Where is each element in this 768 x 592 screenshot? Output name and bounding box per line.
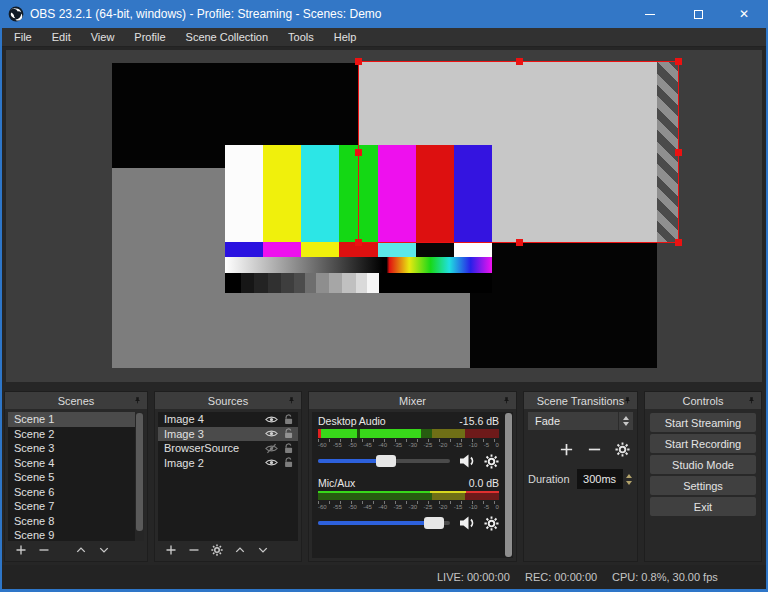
source-row[interactable]: Image 3 bbox=[158, 427, 298, 442]
slider-fill bbox=[318, 521, 426, 525]
selection-handle-mid-left[interactable] bbox=[355, 149, 362, 156]
speaker-mute-icon[interactable] bbox=[458, 515, 478, 531]
duration-spinner[interactable] bbox=[626, 474, 632, 485]
pin-icon[interactable] bbox=[502, 396, 511, 405]
scene-transitions-panel-header: Scene Transitions bbox=[524, 392, 637, 409]
menu-item-view[interactable]: View bbox=[81, 31, 125, 43]
scene-row[interactable]: Scene 5 bbox=[8, 470, 144, 485]
transition-properties-gear-button[interactable] bbox=[615, 442, 630, 457]
selection-handle-mid-right[interactable] bbox=[675, 149, 682, 156]
menu-item-profile[interactable]: Profile bbox=[124, 31, 175, 43]
scenes-panel: Scenes Scene 1 Scene 2 Scene 3 Scene 4 S… bbox=[4, 391, 148, 562]
lock-icon[interactable] bbox=[282, 427, 295, 440]
volume-slider-row bbox=[318, 451, 499, 471]
source-row[interactable]: BrowserSource bbox=[158, 441, 298, 456]
add-transition-button[interactable] bbox=[559, 442, 574, 457]
source-properties-gear-button[interactable] bbox=[211, 544, 223, 556]
pin-icon[interactable] bbox=[287, 396, 296, 405]
channel-settings-gear-icon[interactable] bbox=[484, 454, 499, 469]
menu-item-file[interactable]: File bbox=[4, 31, 42, 43]
live-time: LIVE: 00:00:00 bbox=[437, 571, 510, 583]
scene-row[interactable]: Scene 3 bbox=[8, 441, 144, 456]
meter-tick-labels: -60-55-50-45-40-35-30-25-20-15-10-50 bbox=[318, 504, 499, 511]
duration-row: Duration 300ms bbox=[528, 469, 633, 489]
scrollbar-thumb[interactable] bbox=[136, 413, 143, 531]
move-source-up-button[interactable] bbox=[234, 544, 246, 556]
visibility-eye-icon[interactable] bbox=[265, 456, 278, 469]
scene-row[interactable]: Scene 6 bbox=[8, 485, 144, 500]
start-recording-button[interactable]: Start Recording bbox=[650, 434, 756, 453]
spin-up-icon bbox=[626, 474, 632, 478]
add-source-button[interactable] bbox=[165, 544, 177, 556]
scene-row[interactable]: Scene 2 bbox=[8, 427, 144, 442]
scene-row[interactable]: Scene 1 bbox=[8, 412, 144, 427]
selection-handle-top-right[interactable] bbox=[675, 58, 682, 65]
pin-icon[interactable] bbox=[747, 396, 756, 405]
volume-slider[interactable] bbox=[318, 459, 450, 463]
slider-handle[interactable] bbox=[424, 517, 444, 529]
lock-icon[interactable] bbox=[282, 442, 295, 455]
channel-settings-gear-icon[interactable] bbox=[484, 516, 499, 531]
move-scene-down-button[interactable] bbox=[98, 544, 110, 556]
source-row[interactable]: Image 4 bbox=[158, 412, 298, 427]
chevron-down-icon bbox=[623, 422, 629, 426]
slider-handle[interactable] bbox=[376, 455, 396, 467]
pin-icon[interactable] bbox=[133, 396, 142, 405]
selection-handle-bottom-center[interactable] bbox=[516, 239, 523, 246]
remove-source-button[interactable] bbox=[188, 544, 200, 556]
mixer-scrollbar[interactable] bbox=[505, 413, 512, 557]
exit-button[interactable]: Exit bbox=[650, 497, 756, 516]
selection-handle-bottom-left[interactable] bbox=[355, 239, 362, 246]
visibility-eye-off-icon[interactable] bbox=[265, 442, 278, 455]
menu-item-help[interactable]: Help bbox=[324, 31, 367, 43]
duration-label: Duration bbox=[528, 473, 570, 485]
visibility-eye-icon[interactable] bbox=[265, 413, 278, 426]
window-title: OBS 23.2.1 (64-bit, windows) - Profile: … bbox=[30, 7, 381, 21]
transition-dropdown[interactable]: Fade bbox=[528, 412, 633, 430]
pin-icon[interactable] bbox=[623, 396, 632, 405]
scenes-list: Scene 1 Scene 2 Scene 3 Scene 4 Scene 5 … bbox=[8, 412, 144, 543]
move-source-down-button[interactable] bbox=[257, 544, 269, 556]
mixer-panel-title: Mixer bbox=[399, 395, 426, 407]
scenes-toolbar bbox=[8, 541, 144, 558]
menu-item-tools[interactable]: Tools bbox=[278, 31, 324, 43]
duration-value: 300ms bbox=[583, 473, 616, 485]
add-scene-button[interactable] bbox=[15, 544, 27, 556]
volume-slider[interactable] bbox=[318, 521, 450, 525]
scene-row[interactable]: Scene 4 bbox=[8, 456, 144, 471]
source-row[interactable]: Image 2 bbox=[158, 456, 298, 471]
lock-icon[interactable] bbox=[282, 456, 295, 469]
scrollbar-thumb[interactable] bbox=[505, 413, 512, 557]
volume-meter bbox=[318, 491, 499, 500]
status-bar: LIVE: 00:00:00 REC: 00:00:00 CPU: 0.8%, … bbox=[0, 565, 768, 589]
source-name: Image 3 bbox=[164, 427, 261, 442]
selection-handle-top-center[interactable] bbox=[516, 58, 523, 65]
lock-icon[interactable] bbox=[282, 413, 295, 426]
remove-scene-button[interactable] bbox=[38, 544, 50, 556]
scene-transitions-panel-title: Scene Transitions bbox=[537, 395, 624, 407]
channel-label-row: Desktop Audio -15.6 dB bbox=[318, 415, 499, 428]
start-streaming-button[interactable]: Start Streaming bbox=[650, 413, 756, 432]
minimize-button[interactable] bbox=[628, 0, 672, 28]
selection-handle-bottom-right[interactable] bbox=[675, 239, 682, 246]
menu-item-edit[interactable]: Edit bbox=[42, 31, 81, 43]
settings-button[interactable]: Settings bbox=[650, 476, 756, 495]
channel-level: -15.6 dB bbox=[459, 415, 499, 428]
scenes-scrollbar[interactable] bbox=[135, 412, 144, 543]
move-scene-up-button[interactable] bbox=[75, 544, 87, 556]
visibility-eye-icon[interactable] bbox=[265, 427, 278, 440]
rec-time: REC: 00:00:00 bbox=[525, 571, 597, 583]
speaker-mute-icon[interactable] bbox=[458, 453, 478, 469]
selection-handle-top-left[interactable] bbox=[355, 58, 362, 65]
scene-row[interactable]: Scene 8 bbox=[8, 514, 144, 529]
dropdown-spinner[interactable] bbox=[618, 412, 633, 430]
menu-item-scene-collection[interactable]: Scene Collection bbox=[176, 31, 279, 43]
remove-transition-button[interactable] bbox=[587, 442, 602, 457]
close-button[interactable]: ✕ bbox=[722, 0, 766, 28]
scene-row[interactable]: Scene 7 bbox=[8, 499, 144, 514]
controls-buttons: Start Streaming Start Recording Studio M… bbox=[650, 413, 756, 516]
scenes-panel-title: Scenes bbox=[58, 395, 95, 407]
maximize-button[interactable] bbox=[676, 0, 720, 28]
duration-input[interactable]: 300ms bbox=[577, 469, 623, 489]
studio-mode-button[interactable]: Studio Mode bbox=[650, 455, 756, 474]
